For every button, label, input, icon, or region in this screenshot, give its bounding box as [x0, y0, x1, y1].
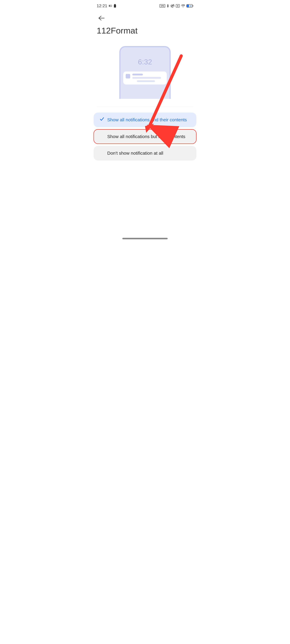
- svg-rect-3: [114, 4, 116, 4]
- vpn-icon: VPN: [159, 4, 165, 8]
- options-list: Show all notifications and their content…: [91, 106, 199, 160]
- option-label: Show all notifications but hide contents: [107, 134, 185, 139]
- phone-frame: 6:32: [119, 46, 171, 99]
- svg-point-9: [183, 7, 183, 7]
- wifi-icon: [181, 4, 185, 8]
- vibrate-icon: [170, 4, 175, 8]
- option-label: Don't show notification at all: [107, 150, 163, 156]
- svg-rect-4: [114, 4, 116, 8]
- back-row: [91, 9, 199, 24]
- preview-notification-lines: [132, 74, 164, 82]
- bluetooth-icon: [166, 4, 169, 8]
- preview-line: [132, 74, 143, 76]
- close-box-icon: [176, 4, 180, 8]
- preview-clock: 6:32: [121, 58, 169, 66]
- preview-line: [132, 77, 161, 79]
- preview-notification-card: [123, 72, 167, 84]
- status-left: 12:21: [97, 4, 116, 8]
- option-hide-contents[interactable]: Show all notifications but hide contents: [94, 129, 196, 144]
- lockscreen-preview: 6:32: [91, 42, 199, 99]
- svg-text:VPN: VPN: [161, 5, 164, 7]
- option-label: Show all notifications and their content…: [107, 117, 187, 122]
- battery-small-icon: [114, 4, 116, 8]
- battery-icon: 44: [186, 4, 193, 8]
- preview-line: [137, 80, 155, 82]
- svg-rect-11: [193, 5, 193, 6]
- home-indicator[interactable]: [122, 238, 168, 239]
- svg-line-7: [171, 4, 174, 7]
- svg-rect-2: [110, 6, 111, 6]
- page-title: 112Format: [91, 24, 199, 42]
- status-time: 12:21: [97, 4, 107, 8]
- svg-rect-12: [187, 5, 189, 7]
- svg-rect-1: [109, 5, 110, 6]
- status-bar: 12:21 VPN 44: [91, 0, 199, 9]
- battery-percent-text: 44: [190, 5, 192, 7]
- check-icon: [100, 117, 104, 123]
- preview-notification-icon: [126, 74, 130, 78]
- arrow-left-icon: [98, 16, 105, 21]
- option-show-all-contents[interactable]: Show all notifications and their content…: [94, 112, 196, 127]
- option-dont-show[interactable]: Don't show notification at all: [94, 146, 196, 160]
- status-right: VPN 44: [159, 4, 193, 8]
- status-small-icon-1: [109, 5, 112, 7]
- back-button[interactable]: [97, 14, 106, 23]
